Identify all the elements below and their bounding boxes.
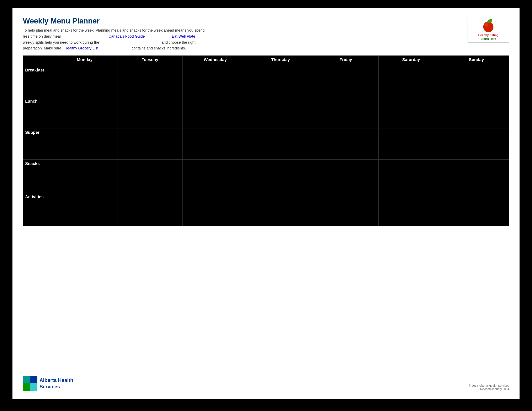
snacks-row: Snacks (23, 160, 509, 193)
activities-wednesday[interactable] (183, 193, 248, 226)
healthy-grocery-link[interactable]: Healthy Grocery List (64, 46, 98, 50)
desc-prep: preparation. Make sure (23, 46, 61, 50)
activities-thursday[interactable] (248, 193, 313, 226)
eat-well-plate-link[interactable]: Eat Well Plate (172, 34, 195, 38)
desc-and: and choose the right (162, 40, 195, 45)
header-sunday: Sunday (444, 56, 509, 66)
header-text: Weekly Menu Planner To help plan meal an… (23, 17, 459, 51)
header-monday: Monday (52, 56, 117, 66)
breakfast-monday[interactable] (52, 66, 117, 97)
logo-text: Healthy Eating Starts Here (478, 33, 498, 41)
sq-lightblue (30, 383, 38, 391)
logo-squares (23, 376, 38, 391)
description: To help plan meal and snacks for the wee… (23, 28, 210, 51)
supper-monday[interactable] (52, 128, 117, 160)
supper-friday[interactable] (313, 128, 379, 160)
svg-point-2 (485, 22, 488, 27)
header-section: Weekly Menu Planner To help plan meal an… (23, 17, 509, 51)
lunch-friday[interactable] (313, 97, 379, 128)
breakfast-friday[interactable] (313, 66, 379, 97)
snacks-tuesday[interactable] (117, 160, 183, 193)
footer-copyright: © 2014 Alberta Health Services (469, 384, 509, 387)
activities-friday[interactable] (313, 193, 379, 226)
activities-row: Activities (23, 193, 509, 226)
activities-sunday[interactable] (444, 193, 509, 226)
supper-sunday[interactable] (444, 128, 509, 160)
lunch-tuesday[interactable] (117, 97, 183, 128)
logo-inner: Healthy Eating Starts Here (470, 19, 507, 41)
breakfast-row: Breakfast (23, 66, 509, 97)
supper-row: Supper (23, 128, 509, 160)
alberta-services-name: Services (39, 384, 60, 389)
logo-text-line1: Healthy Eating (478, 33, 498, 37)
snacks-thursday[interactable] (248, 160, 313, 193)
snacks-wednesday[interactable] (183, 160, 248, 193)
footer-revision: Revised January 2014 (469, 387, 509, 391)
header-saturday: Saturday (379, 56, 444, 66)
activities-saturday[interactable] (379, 193, 444, 226)
logo-container: Healthy Eating Starts Here (468, 17, 509, 43)
logo-apple-icon (481, 19, 496, 33)
page-title: Weekly Menu Planner (23, 17, 459, 25)
activities-label: Activities (23, 193, 52, 226)
lunch-saturday[interactable] (379, 97, 444, 128)
sq-green (23, 383, 30, 391)
snacks-label: Snacks (23, 160, 52, 193)
page-container: Weekly Menu Planner To help plan meal an… (12, 8, 520, 399)
breakfast-wednesday[interactable] (183, 66, 248, 97)
lunch-sunday[interactable] (444, 97, 509, 128)
supper-wednesday[interactable] (183, 128, 248, 160)
snacks-sunday[interactable] (444, 160, 509, 193)
snacks-friday[interactable] (313, 160, 379, 193)
lunch-label: Lunch (23, 97, 52, 128)
lunch-thursday[interactable] (248, 97, 313, 128)
alberta-health-name: Alberta Health (39, 377, 73, 383)
alberta-logo-text: Alberta Health Services (39, 377, 73, 390)
supper-thursday[interactable] (248, 128, 313, 160)
supper-label: Supper (23, 128, 52, 160)
header-wednesday: Wednesday (183, 56, 248, 66)
desc-weekly: weekly splits help you need to work duri… (23, 40, 99, 45)
canada-food-guide-link[interactable]: Canada's Food Guide (108, 34, 145, 38)
footer-right: © 2014 Alberta Health Services Revised J… (469, 384, 509, 391)
table-header-row: Monday Tuesday Wednesday Thursday Friday… (23, 56, 509, 66)
planner-table: Monday Tuesday Wednesday Thursday Friday… (23, 56, 509, 226)
breakfast-sunday[interactable] (444, 66, 509, 97)
activities-monday[interactable] (52, 193, 117, 226)
sq-teal (23, 376, 30, 383)
desc-contains: contains and snacks ingredients. (132, 46, 186, 50)
header-friday: Friday (313, 56, 379, 66)
sq-blue (30, 376, 38, 383)
breakfast-tuesday[interactable] (117, 66, 183, 97)
supper-saturday[interactable] (379, 128, 444, 160)
breakfast-thursday[interactable] (248, 66, 313, 97)
footer: Alberta Health Services © 2014 Alberta H… (23, 376, 509, 391)
header-tuesday: Tuesday (117, 56, 183, 66)
logo-text-line2: Starts Here (481, 37, 496, 40)
breakfast-label: Breakfast (23, 66, 52, 97)
snacks-saturday[interactable] (379, 160, 444, 193)
snacks-monday[interactable] (52, 160, 117, 193)
header-thursday: Thursday (248, 56, 313, 66)
header-empty-cell (23, 56, 52, 66)
lunch-monday[interactable] (52, 97, 117, 128)
activities-tuesday[interactable] (117, 193, 183, 226)
lunch-wednesday[interactable] (183, 97, 248, 128)
supper-tuesday[interactable] (117, 128, 183, 160)
breakfast-saturday[interactable] (379, 66, 444, 97)
alberta-health-logo: Alberta Health Services (23, 376, 73, 391)
lunch-row: Lunch (23, 97, 509, 128)
